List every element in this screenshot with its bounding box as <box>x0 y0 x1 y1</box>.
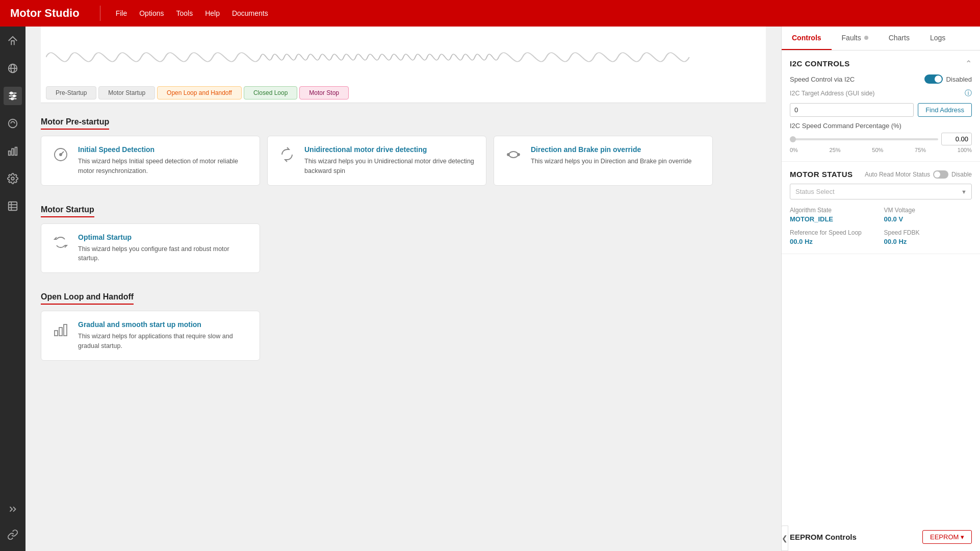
status-select[interactable]: Status Select <box>790 184 972 199</box>
speed-control-toggle[interactable]: Disabled <box>924 74 972 84</box>
speed-toggle-track[interactable] <box>924 74 943 84</box>
sidebar-item-circle[interactable] <box>4 114 22 133</box>
speed-value-input[interactable] <box>941 133 972 145</box>
svg-rect-12 <box>15 147 17 156</box>
tab-faults[interactable]: Faults <box>832 27 879 50</box>
motor-stat-vm-label: VM Voltage <box>884 207 972 214</box>
auto-read-label: Auto Read Motor Status <box>865 171 930 178</box>
sidebar-link[interactable] <box>4 525 22 544</box>
wizard-card-gradual-smooth[interactable]: Gradual and smooth start up motion This … <box>41 311 260 361</box>
info-icon[interactable]: ⓘ <box>965 89 972 98</box>
motor-stat-speed-fdbk: Speed FDBK 00.0 Hz <box>884 229 972 245</box>
wizard-desc-unidirectional: This wizard helps you in Unidirectional … <box>304 157 476 176</box>
tab-controls-label: Controls <box>792 34 821 42</box>
i2c-collapse-icon[interactable]: ⌃ <box>965 59 972 68</box>
svg-rect-22 <box>55 331 58 336</box>
speedometer-icon <box>51 145 70 164</box>
wizard-grid-prestartup: Initial Speed Detection This wizard help… <box>41 136 766 186</box>
wizard-card-direction-brake[interactable]: Direction and Brake pin override This wi… <box>494 136 713 186</box>
sidebar-item-chart[interactable] <box>4 142 22 160</box>
wizard-desc-initial-speed: This wizard helps Initial speed detectio… <box>78 157 249 176</box>
wizard-grid-startup: Optimal Startup This wizard helps you co… <box>41 223 766 273</box>
wizard-card-optimal-startup[interactable]: Optimal Startup This wizard helps you co… <box>41 223 260 273</box>
topbar: Motor Studio File Options Tools Help Doc… <box>0 0 980 27</box>
phase-closedloop: Closed Loop <box>244 86 297 99</box>
sidebar-expand[interactable] <box>4 500 22 518</box>
tab-controls[interactable]: Controls <box>782 27 832 50</box>
wizard-info-gradual-smooth: Gradual and smooth start up motion This … <box>78 320 249 351</box>
i2c-controls-section: I2C CONTROLS ⌃ Speed Control via I2C Dis… <box>782 51 980 162</box>
i2c-address-input[interactable] <box>790 103 914 117</box>
menu-documents[interactable]: Documents <box>232 9 268 17</box>
svg-rect-23 <box>59 328 62 336</box>
tab-charts[interactable]: Charts <box>879 27 920 50</box>
speed-slider-track[interactable] <box>790 138 938 140</box>
speed-pct-label: I2C Speed Command Percentage (%) <box>790 122 972 130</box>
i2c-input-row: Find Address <box>790 103 972 117</box>
slider-row <box>790 133 972 145</box>
find-address-button[interactable]: Find Address <box>918 103 972 117</box>
app-title: Motor Studio <box>10 7 80 20</box>
i2c-address-row: I2C Target Address (GUI side) ⓘ <box>790 89 972 98</box>
wizard-name-direction-brake: Direction and Brake pin override <box>531 145 702 154</box>
waveform-chart <box>46 32 761 83</box>
tab-logs[interactable]: Logs <box>920 27 956 50</box>
wizard-card-initial-speed[interactable]: Initial Speed Detection This wizard help… <box>41 136 260 186</box>
svg-rect-11 <box>12 148 14 155</box>
wizard-info-unidirectional: Unidirectional motor drive detecting Thi… <box>304 145 476 176</box>
faults-dot <box>864 36 868 40</box>
eeprom-section: EEPROM Controls EEPROM ▾ <box>782 523 980 551</box>
wizard-name-initial-speed: Initial Speed Detection <box>78 145 249 154</box>
section-title-startup: Motor Startup <box>41 205 94 217</box>
wizard-desc-optimal-startup: This wizard helps you configure fast and… <box>78 244 249 264</box>
eeprom-btn-label: EEPROM ▾ <box>930 533 964 541</box>
svg-point-20 <box>507 154 509 156</box>
slider-label-25: 25% <box>830 147 841 153</box>
motor-stat-algorithm-state: Algorithm State MOTOR_IDLE <box>790 207 878 223</box>
svg-rect-14 <box>9 202 17 211</box>
svg-point-9 <box>9 119 17 128</box>
eeprom-title: EEPROM Controls <box>790 533 857 541</box>
arrows-icon <box>504 145 523 164</box>
topbar-menu: File Options Tools Help Documents <box>116 9 268 17</box>
auto-read-row: Auto Read Motor Status Disable <box>865 170 972 179</box>
wizard-desc-gradual-smooth: This wizard helps for applications that … <box>78 332 249 351</box>
motor-stat-algorithm-label: Algorithm State <box>790 207 878 214</box>
main-layout: Pre-Startup Motor Startup Open Loop and … <box>0 27 980 551</box>
tab-charts-label: Charts <box>889 34 910 42</box>
menu-options[interactable]: Options <box>139 9 164 17</box>
wizard-name-gradual-smooth: Gradual and smooth start up motion <box>78 320 249 329</box>
motor-stat-speed-fdbk-label: Speed FDBK <box>884 229 972 236</box>
section-motor-startup: Motor Startup Optimal Startup This wizar… <box>41 196 766 273</box>
sidebar-item-table[interactable] <box>4 197 22 215</box>
sync-icon <box>278 145 296 164</box>
main-content: Pre-Startup Motor Startup Open Loop and … <box>25 27 781 551</box>
motor-stat-speed-fdbk-value: 00.0 Hz <box>884 238 972 245</box>
motor-stat-algorithm-value: MOTOR_IDLE <box>790 215 878 223</box>
wizard-card-unidirectional[interactable]: Unidirectional motor drive detecting Thi… <box>267 136 486 186</box>
motor-stat-vm-voltage: VM Voltage 00.0 V <box>884 207 972 223</box>
sync2-icon <box>51 233 70 252</box>
auto-read-toggle[interactable] <box>933 170 948 179</box>
speed-control-row: Speed Control via I2C Disabled <box>790 74 972 84</box>
sidebar-item-home[interactable] <box>4 32 22 50</box>
bars-icon <box>51 320 70 339</box>
sidebar-item-globe[interactable] <box>4 59 22 78</box>
menu-file[interactable]: File <box>116 9 127 17</box>
tab-faults-label: Faults <box>842 34 861 42</box>
eeprom-button[interactable]: EEPROM ▾ <box>922 530 972 544</box>
menu-help[interactable]: Help <box>205 9 220 17</box>
phase-prestartup: Pre-Startup <box>46 86 96 99</box>
sidebar-item-settings[interactable] <box>4 169 22 188</box>
section-title-openloop: Open Loop and Handoff <box>41 292 134 305</box>
wizard-name-optimal-startup: Optimal Startup <box>78 233 249 241</box>
wizard-name-unidirectional: Unidirectional motor drive detecting <box>304 145 476 154</box>
motor-stats-grid: Algorithm State MOTOR_IDLE VM Voltage 00… <box>790 207 972 245</box>
menu-tools[interactable]: Tools <box>176 9 193 17</box>
speed-toggle-thumb <box>935 76 942 83</box>
topbar-divider <box>100 6 100 21</box>
panel-expand-toggle[interactable]: ❮ <box>781 525 788 551</box>
motor-stat-speed-loop-value: 00.0 Hz <box>790 238 878 245</box>
phase-motorstop: Motor Stop <box>299 86 349 99</box>
sidebar-item-sliders[interactable] <box>4 87 22 105</box>
